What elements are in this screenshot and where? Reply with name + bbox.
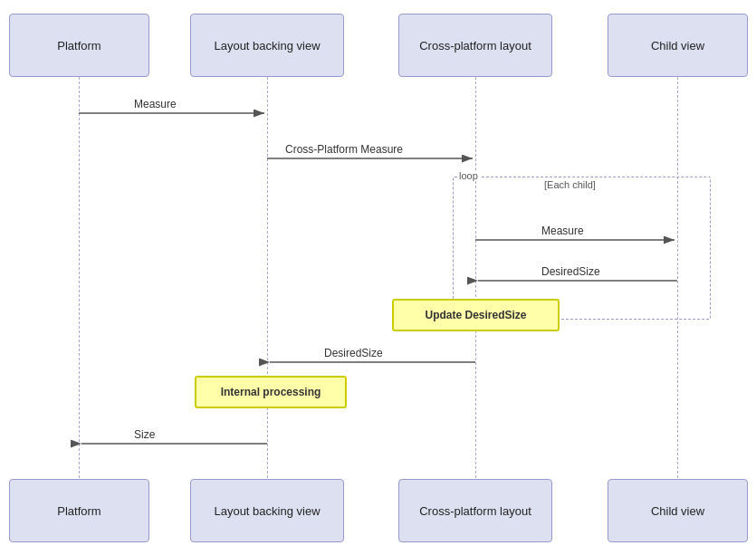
actor-platform-bottom-label: Platform bbox=[57, 504, 100, 518]
actor-child-view-bottom: Child view bbox=[608, 479, 748, 542]
note-update-desired-size-label: Update DesiredSize bbox=[425, 309, 526, 321]
actor-cross-platform-top-label: Cross-platform layout bbox=[419, 39, 531, 53]
actor-layout-backing-top: Layout backing view bbox=[190, 14, 344, 77]
actor-cross-platform-top: Cross-platform layout bbox=[398, 14, 552, 77]
actor-child-view-bottom-label: Child view bbox=[651, 504, 704, 518]
note-update-desired-size: Update DesiredSize bbox=[392, 299, 560, 331]
sequence-diagram: Platform Layout backing view Cross-platf… bbox=[0, 0, 756, 555]
actor-platform-top: Platform bbox=[9, 14, 149, 77]
actor-child-view-top: Child view bbox=[608, 14, 748, 77]
label-measure1: Measure bbox=[134, 98, 177, 110]
actor-layout-backing-bottom: Layout backing view bbox=[190, 479, 344, 542]
actor-platform-top-label: Platform bbox=[57, 39, 100, 53]
actor-cross-platform-bottom: Cross-platform layout bbox=[398, 479, 552, 542]
actor-platform-bottom: Platform bbox=[9, 479, 149, 542]
label-size: Size bbox=[134, 428, 155, 441]
label-desired-size-child: DesiredSize bbox=[541, 265, 600, 278]
lifeline-platform bbox=[79, 77, 80, 492]
actor-cross-platform-bottom-label: Cross-platform layout bbox=[419, 504, 531, 518]
actor-child-view-top-label: Child view bbox=[651, 39, 704, 53]
lifeline-layout-backing bbox=[267, 77, 268, 492]
loop-label: loop bbox=[457, 170, 480, 181]
actor-layout-backing-top-label: Layout backing view bbox=[214, 39, 320, 53]
label-measure-child: Measure bbox=[541, 225, 584, 237]
note-internal-processing-label: Internal processing bbox=[221, 386, 321, 398]
loop-condition: [Each child] bbox=[544, 179, 596, 190]
note-internal-processing: Internal processing bbox=[195, 376, 347, 408]
label-cross-platform-measure: Cross-Platform Measure bbox=[285, 143, 403, 156]
label-desired-size-back: DesiredSize bbox=[324, 347, 383, 359]
actor-layout-backing-bottom-label: Layout backing view bbox=[214, 504, 320, 518]
